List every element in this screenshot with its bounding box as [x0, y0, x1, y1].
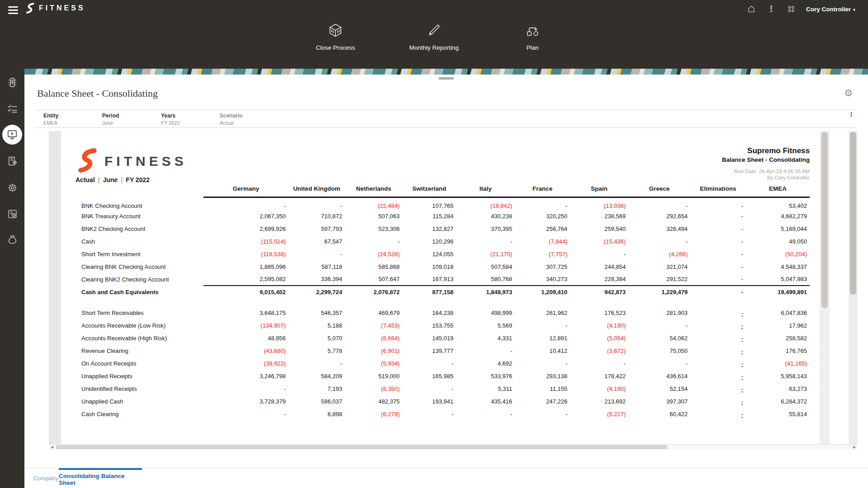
scroll-right-arrow-icon[interactable]: ▶	[851, 445, 858, 450]
cell-value: 4,331	[456, 332, 515, 344]
report-header-block: Supremo Fitness Balance Sheet - Consolid…	[722, 146, 810, 180]
cell-value: 213,692	[570, 395, 628, 408]
report-logo-swoosh-icon	[75, 146, 101, 174]
scroll-left-arrow-icon[interactable]: ◀	[49, 445, 55, 450]
cell-value: 2,067,350	[203, 210, 288, 222]
cell-value[interactable]: -	[690, 319, 746, 332]
cell-value: 1,848,973	[456, 286, 515, 298]
cell-value[interactable]: -	[690, 344, 746, 357]
column-header: United Kingdom	[288, 185, 345, 197]
report-table: GermanyUnited KingdomNetherlandsSwitzerl…	[81, 185, 810, 420]
cell-value: 307,725	[515, 260, 570, 273]
cell-value: 482,375	[345, 395, 402, 408]
cell-value: (22,484)	[345, 197, 402, 210]
cell-value: (43,680)	[203, 344, 288, 357]
column-header: Netherlands	[345, 185, 402, 197]
nav-monthly-reporting[interactable]: Monthly Reporting	[400, 23, 468, 51]
panel-vertical-scrollbar[interactable]	[849, 131, 858, 444]
cell-value[interactable]: -	[690, 408, 746, 420]
cell-value: 3,246,798	[203, 370, 288, 382]
nav-label: Monthly Reporting	[409, 44, 459, 51]
cell-value: (115,514)	[203, 235, 288, 248]
user-menu[interactable]: Cory Controller▾	[806, 6, 855, 13]
cell-value: -	[288, 248, 345, 260]
cell-value: -	[690, 210, 746, 222]
cell-value: 1,209,410	[515, 286, 570, 298]
sidebar-item-reports-selected[interactable]	[2, 125, 22, 145]
sidebar-item-settings[interactable]	[0, 177, 24, 198]
cell-value: 436,614	[628, 370, 690, 382]
cell-value: -	[456, 235, 515, 248]
cell-value: 6,898	[288, 408, 345, 420]
scroll-thumb[interactable]	[56, 445, 667, 449]
sidebar-item-tasks[interactable]	[0, 98, 24, 119]
tab-consolidating-balance-sheet[interactable]: Consolidating Balance Sheet	[59, 468, 142, 488]
table-row: Cash(115,514)67,547-120,296-(7,844)(15,4…	[81, 235, 810, 248]
section-spacer	[81, 298, 810, 306]
row-label: Accounts Receivable (Low Risk)	[81, 319, 203, 332]
cell-value[interactable]: -	[690, 357, 746, 370]
sidebar-item-processes[interactable]	[0, 71, 24, 93]
report-run-date: Run Date: 26-Apr-23 4:06:35 AM	[722, 169, 810, 174]
row-label: Unapplied Receipts	[81, 370, 203, 382]
cell-value: 710,872	[288, 210, 345, 222]
cell-value: 292,654	[628, 210, 690, 222]
accessibility-icon[interactable]	[766, 4, 776, 14]
sidebar-item-reports-analysis[interactable]	[0, 203, 24, 225]
pov-bar: Entity EMEA Period June Years FY 2022 Sc…	[35, 110, 855, 128]
cell-value: 53,402	[746, 197, 810, 210]
cell-value[interactable]: -	[690, 370, 746, 382]
cell-value: 293,138	[515, 370, 570, 382]
cell-value: -	[515, 408, 570, 420]
cell-value: -	[515, 197, 570, 210]
cell-value: (41,165)	[746, 357, 810, 370]
nav-plan[interactable]: Plan	[499, 23, 566, 51]
report-vertical-scrollbar[interactable]	[820, 131, 830, 444]
cell-value: 2,595,082	[203, 273, 288, 286]
apps-grid-icon[interactable]	[786, 4, 796, 14]
row-label: Clearing BNK2 Checking Account	[81, 273, 203, 286]
cell-value: 124,055	[402, 248, 456, 260]
hamburger-menu-icon[interactable]	[8, 5, 18, 14]
sidebar-item-currency[interactable]	[0, 229, 24, 250]
pov-scenario[interactable]: Scenario Actual	[212, 110, 270, 127]
cell-value: -	[628, 319, 690, 332]
row-label: Accounts Receivable (High Risk)	[81, 332, 203, 344]
cell-value: 321,074	[628, 260, 690, 273]
report-horizontal-scrollbar[interactable]: ◀ ▶	[49, 444, 858, 450]
brand-swoosh-icon	[24, 2, 36, 14]
column-header: Eliminations	[690, 185, 746, 197]
cell-value: 120,296	[402, 235, 456, 248]
sidebar-item-journals[interactable]	[0, 150, 24, 172]
table-row: BNK Treasury Account2,067,350710,872507,…	[81, 210, 810, 222]
table-row: Revenue Clearing(43,680)5,778(6,901)139,…	[81, 344, 810, 357]
report-context: Actual|June|FY 2022	[75, 176, 150, 183]
cell-value: 176,765	[746, 344, 810, 357]
pov-years[interactable]: Years FY 2022	[153, 110, 212, 127]
home-icon[interactable]	[746, 4, 756, 14]
nav-close-process[interactable]: Close Process	[302, 23, 369, 51]
scroll-thumb[interactable]	[850, 132, 856, 295]
cell-value: 5,311	[456, 382, 515, 395]
cell-value: 55,814	[746, 408, 810, 420]
panel-gear-icon[interactable]: ⚙	[844, 88, 853, 99]
cell-value[interactable]: -	[690, 382, 746, 395]
cell-value: 5,047,983	[746, 273, 810, 286]
pov-period[interactable]: Period June	[94, 110, 153, 127]
cell-value[interactable]: -	[690, 306, 746, 319]
cell-value: 584,209	[288, 370, 345, 382]
panel-drag-handle[interactable]	[439, 77, 454, 80]
cell-value: 132,827	[402, 222, 456, 235]
cell-value: -	[203, 382, 288, 395]
cell-value: 430,238	[456, 210, 515, 222]
cell-value[interactable]: -	[690, 395, 746, 408]
pov-entity[interactable]: Entity EMEA	[35, 110, 94, 127]
scroll-thumb[interactable]	[821, 132, 828, 308]
row-label: Unidentified Receipts	[81, 382, 203, 395]
kebab-menu-icon[interactable]: ⋮	[848, 112, 854, 117]
separator: |	[95, 176, 103, 183]
table-row: Clearing BNK2 Checking Account2,595,0823…	[81, 273, 810, 286]
tab-company[interactable]: Company	[29, 468, 63, 488]
cell-value[interactable]: -	[690, 332, 746, 344]
cell-value: 63,273	[746, 382, 810, 395]
